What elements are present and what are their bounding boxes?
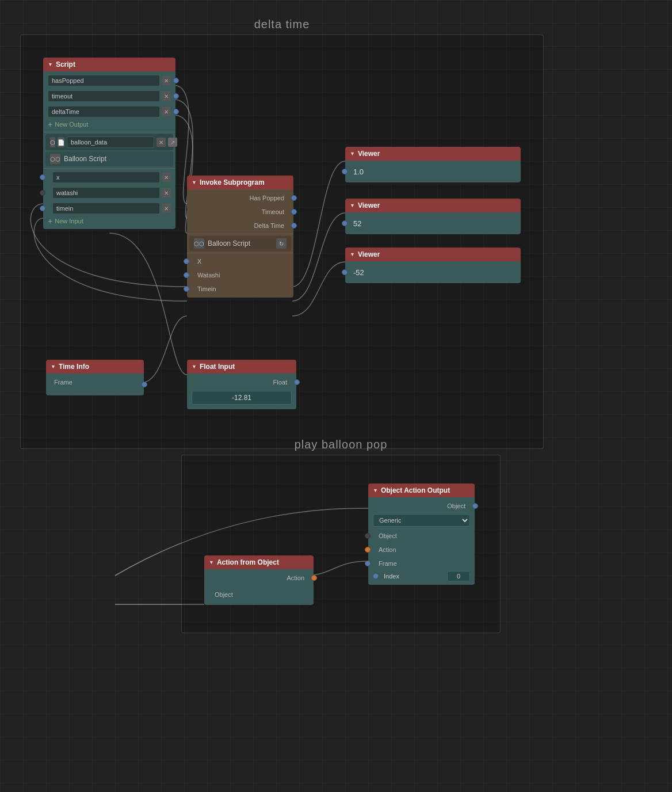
invoke-title: Invoke Subprogram	[200, 178, 265, 186]
script-node-header: ▼ Script	[43, 58, 175, 71]
haspopped-output-port	[173, 78, 179, 83]
deltatime-field[interactable]	[48, 106, 160, 117]
timein-remove-btn[interactable]: ✕	[162, 204, 171, 213]
viewer3-input-port	[342, 269, 348, 275]
invoke-watashi-label: Watashi	[192, 272, 220, 279]
invoke-watashi-port	[184, 272, 189, 278]
float-input-body: Float -12.81	[187, 374, 296, 409]
viewer1-node: ▼ Viewer 1.0	[345, 147, 521, 182]
script-name-remove-btn[interactable]: ✕	[156, 138, 166, 147]
haspopped-field[interactable]	[48, 75, 160, 86]
invoke-balloon-script-btn[interactable]: ⬡⬡ Balloon Script ↻	[189, 236, 291, 251]
deltatime-remove-btn[interactable]: ✕	[162, 107, 171, 116]
obj-action-frame-row: Frame	[368, 557, 475, 570]
invoke-balloon-icon: ⬡⬡	[194, 238, 204, 249]
deltatime-output-port	[173, 109, 179, 115]
invoke-collapse-icon[interactable]: ▼	[192, 180, 197, 185]
new-output-btn[interactable]: + New Output	[43, 119, 175, 130]
viewer2-value: 52	[353, 219, 361, 228]
float-input-collapse-icon[interactable]: ▼	[192, 364, 197, 370]
obj-out-port	[365, 533, 371, 539]
timeout-remove-btn[interactable]: ✕	[162, 92, 171, 101]
divider2	[43, 168, 175, 169]
frame-port	[365, 561, 371, 566]
viewer2-collapse-icon[interactable]: ▼	[350, 203, 355, 208]
script-file-row: ⬡ 📄 ✕ ↗	[45, 134, 173, 150]
obj-action-collapse-icon[interactable]: ▼	[373, 488, 378, 493]
invoke-divider2	[187, 253, 293, 253]
script-node-body: ✕ ✕ ✕ +	[43, 71, 175, 229]
obj-action-object-label: Object	[447, 502, 465, 509]
object-input-label: Object	[209, 591, 233, 598]
invoke-input-deltatime: Delta Time	[187, 219, 293, 232]
obj-action-action-row: Action	[368, 543, 475, 556]
script-icon2: 📄	[58, 137, 64, 147]
script-input-watashi: ✕	[43, 186, 175, 200]
viewer1-title: Viewer	[358, 150, 380, 158]
x-input-field[interactable]	[52, 172, 160, 183]
frame-output-port	[142, 382, 147, 387]
divider1	[43, 132, 175, 132]
generic-dropdown[interactable]: Generic	[373, 514, 470, 527]
viewer3-body: -52	[345, 261, 521, 283]
script-output-haspopped: ✕	[43, 74, 175, 87]
action-output-row: Action	[204, 572, 314, 584]
has-popped-port	[291, 195, 297, 201]
script-input-x: ✕	[43, 170, 175, 184]
invoke-x-label: X	[192, 258, 201, 265]
script-output-timeout: ✕	[43, 89, 175, 103]
time-info-node: ▼ Time Info Frame	[46, 360, 144, 395]
viewer2-node: ▼ Viewer 52	[345, 199, 521, 234]
timein-input-field[interactable]	[52, 203, 160, 214]
timeout-label: Timeout	[262, 208, 284, 215]
x-input-port	[40, 174, 45, 180]
timein-input-port	[40, 205, 45, 211]
time-info-body: Frame	[46, 374, 144, 395]
balloon-script-btn[interactable]: ⬡⬡ Balloon Script	[45, 151, 173, 166]
script-open-btn[interactable]: ↗	[168, 138, 177, 147]
plus-icon: +	[48, 120, 52, 128]
viewer1-collapse-icon[interactable]: ▼	[350, 151, 355, 157]
viewer1-body: 1.0	[345, 161, 521, 182]
obj-action-output-node: ▼ Object Action Output Object Generic Ob…	[368, 483, 475, 585]
invoke-header: ▼ Invoke Subprogram	[187, 176, 293, 189]
script-icon1: ⬡	[50, 137, 55, 147]
viewer2-header: ▼ Viewer	[345, 199, 521, 212]
viewer1-value: 1.0	[353, 167, 364, 176]
x-remove-btn[interactable]: ✕	[162, 173, 171, 182]
watashi-input-field[interactable]	[52, 187, 160, 199]
script-node-title: Script	[56, 60, 75, 68]
object-out-label: Object	[373, 532, 397, 539]
float-value-display[interactable]: -12.81	[192, 391, 292, 405]
time-info-collapse-icon[interactable]: ▼	[51, 364, 56, 370]
float-input-title: Float Input	[200, 363, 235, 371]
delta-time-port	[291, 223, 297, 229]
float-output-port	[294, 379, 300, 385]
viewer3-node: ▼ Viewer -52	[345, 248, 521, 283]
index-row: Index	[368, 570, 475, 582]
invoke-output-watashi: Watashi	[187, 269, 293, 281]
new-input-btn[interactable]: + New Input	[43, 215, 175, 227]
action-from-object-body: Action Object	[204, 569, 314, 605]
timeout-field[interactable]	[48, 90, 160, 102]
float-input-header: ▼ Float Input	[187, 360, 296, 374]
delta-time-label: Delta Time	[254, 222, 284, 229]
new-output-label: New Output	[55, 121, 88, 128]
script-name-input[interactable]	[67, 136, 154, 148]
float-output-label: Float	[273, 379, 287, 386]
invoke-timein-label: Timein	[192, 285, 216, 292]
viewer3-collapse-icon[interactable]: ▼	[350, 252, 355, 257]
invoke-output-x: X	[187, 255, 293, 268]
action-output-port	[311, 575, 317, 581]
watashi-remove-btn[interactable]: ✕	[162, 188, 171, 197]
script-collapse-icon[interactable]: ▼	[48, 62, 53, 67]
haspopped-remove-btn[interactable]: ✕	[162, 76, 171, 85]
index-value-input[interactable]	[447, 571, 470, 581]
action-from-object-header: ▼ Action from Object	[204, 555, 314, 569]
invoke-balloon-label: Balloon Script	[208, 239, 250, 248]
action-from-object-collapse-icon[interactable]: ▼	[209, 559, 214, 565]
index-port	[373, 573, 379, 579]
canvas: delta time play balloon pop ▼ Script ✕	[0, 0, 672, 792]
new-input-label: New Input	[55, 218, 83, 224]
viewer3-title: Viewer	[358, 250, 380, 258]
